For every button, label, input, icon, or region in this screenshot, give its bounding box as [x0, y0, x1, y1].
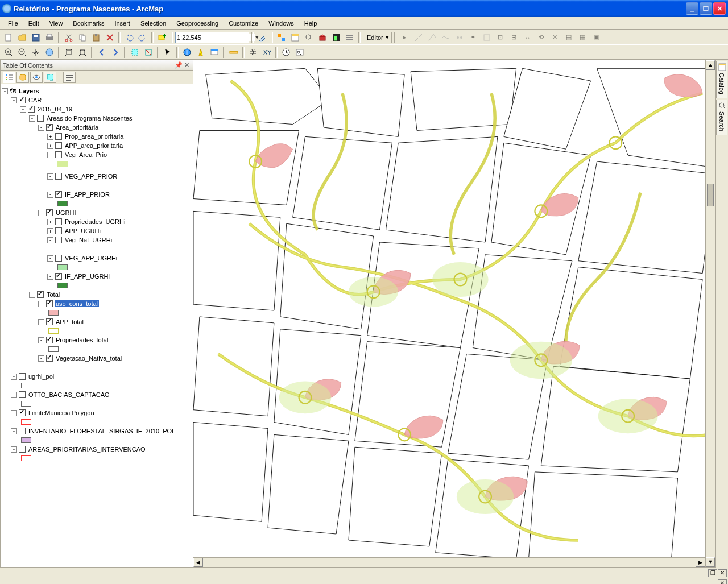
- checkbox[interactable]: [19, 428, 26, 434]
- checkbox[interactable]: [55, 218, 62, 225]
- search-window-button[interactable]: [303, 31, 315, 44]
- undo-button[interactable]: [123, 31, 135, 44]
- layer-uso-cons-total[interactable]: uso_cons_total: [55, 300, 99, 307]
- checkbox[interactable]: [28, 106, 35, 113]
- checkbox[interactable]: [19, 373, 26, 380]
- map-view[interactable]: ▲ ▼ ◀ ▶: [193, 60, 715, 568]
- delete-button[interactable]: [104, 31, 116, 44]
- edit-tool-10[interactable]: ⟲: [535, 31, 548, 44]
- expand-icon[interactable]: -: [11, 410, 17, 416]
- expand-icon[interactable]: -: [29, 292, 35, 298]
- expand-icon[interactable]: -: [38, 125, 44, 131]
- menu-windows[interactable]: Windows: [264, 19, 299, 28]
- fixed-zoom-out-button[interactable]: [76, 46, 89, 59]
- cut-button[interactable]: [63, 31, 75, 44]
- toc-tab-visibility[interactable]: [30, 72, 43, 83]
- expand-icon[interactable]: -: [11, 392, 17, 398]
- toc-options-button[interactable]: [63, 72, 76, 83]
- select-features-button[interactable]: [129, 46, 141, 59]
- arc-toolbox-button[interactable]: [316, 31, 329, 44]
- expand-icon[interactable]: -: [11, 374, 17, 380]
- zoom-out-button[interactable]: [16, 46, 28, 59]
- html-popup-button[interactable]: [208, 46, 221, 59]
- map-scrollbar-horizontal[interactable]: ◀ ▶: [193, 557, 705, 567]
- checkbox[interactable]: [55, 191, 62, 198]
- expand-icon[interactable]: -: [29, 115, 35, 122]
- expand-icon[interactable]: -: [11, 97, 17, 103]
- edit-tool-12[interactable]: ▤: [562, 31, 575, 44]
- scale-input[interactable]: [177, 34, 255, 41]
- toc-tree[interactable]: -🗺 Layers -CAR -2015_04_19 -Áreas do Pro…: [1, 84, 193, 567]
- layer-veg-app-prior[interactable]: VEG_APP_PRIOR: [64, 173, 118, 180]
- scroll-up-icon[interactable]: ▲: [706, 60, 715, 70]
- layer-app-total[interactable]: APP_total: [55, 318, 85, 325]
- layer-date[interactable]: 2015_04_19: [36, 106, 73, 113]
- forward-button[interactable]: [109, 46, 122, 59]
- redo-button[interactable]: [136, 31, 149, 44]
- expand-icon[interactable]: -: [38, 355, 44, 362]
- close-panel-icon[interactable]: ✕: [183, 61, 191, 69]
- layer-prop-area-prio[interactable]: Prop_area_prioritaria: [64, 133, 125, 140]
- layer-area-prio[interactable]: Area_prioritária: [55, 124, 100, 131]
- expand-icon[interactable]: -: [47, 152, 53, 158]
- minimize-button[interactable]: _: [686, 2, 698, 15]
- checkbox[interactable]: [19, 97, 26, 103]
- expand-icon[interactable]: -: [38, 210, 44, 216]
- expand-icon[interactable]: -: [11, 446, 17, 453]
- expand-icon[interactable]: -: [38, 301, 44, 307]
- edit-tool-5[interactable]: ✦: [467, 31, 479, 44]
- edit-tool-13[interactable]: ▦: [576, 31, 589, 44]
- layer-veg-nat-ugrhi[interactable]: Veg_Nat_UGRHi: [64, 237, 113, 243]
- layer-car[interactable]: CAR: [27, 97, 43, 103]
- layer-prop-ugrhi[interactable]: Propriedades_UGRHi: [64, 218, 126, 225]
- menu-geoprocessing[interactable]: Geoprocessing: [172, 19, 223, 28]
- checkbox[interactable]: [19, 446, 26, 453]
- checkbox[interactable]: [19, 409, 26, 416]
- maximize-button[interactable]: ❐: [700, 2, 712, 15]
- print-button[interactable]: [43, 31, 56, 44]
- edit-tool-9[interactable]: ↔: [522, 31, 534, 44]
- checkbox[interactable]: [46, 318, 53, 325]
- measure-button[interactable]: [228, 46, 240, 59]
- expand-icon[interactable]: +: [47, 134, 53, 140]
- checkbox[interactable]: [46, 124, 53, 131]
- scale-combo[interactable]: ▾: [175, 32, 249, 43]
- layer-prop-total[interactable]: Propriedades_total: [55, 337, 109, 343]
- toc-tab-drawing-order[interactable]: [3, 72, 15, 83]
- edit-tool-3[interactable]: [440, 31, 452, 44]
- edit-tool-4[interactable]: [453, 31, 466, 44]
- scroll-thumb[interactable]: [707, 184, 714, 206]
- find-button[interactable]: [247, 46, 259, 59]
- editor-toolbar-tool-1[interactable]: [256, 31, 268, 44]
- time-slider-button[interactable]: [280, 46, 292, 59]
- checkbox[interactable]: [55, 227, 62, 234]
- checkbox[interactable]: [55, 151, 62, 158]
- layer-app-area-prio[interactable]: APP_area_prioritaria: [64, 142, 124, 149]
- checkbox[interactable]: [55, 255, 62, 262]
- identify-button[interactable]: i: [181, 46, 193, 59]
- expand-icon[interactable]: -: [47, 255, 53, 262]
- search-tab[interactable]: Search: [716, 100, 727, 135]
- edit-tool-2[interactable]: [426, 31, 439, 44]
- checkbox[interactable]: [37, 115, 44, 122]
- expand-icon[interactable]: -: [38, 319, 44, 325]
- expand-icon[interactable]: -: [2, 88, 8, 94]
- copy-button[interactable]: [76, 31, 89, 44]
- scroll-right-icon[interactable]: ▶: [696, 558, 705, 567]
- add-data-button[interactable]: [156, 31, 168, 44]
- pin-icon[interactable]: 📌: [175, 61, 183, 69]
- dock-close-button-2[interactable]: ✕: [718, 579, 727, 584]
- layer-app-ugrhi[interactable]: APP_UGRHi: [64, 227, 102, 234]
- clear-selection-button[interactable]: [142, 46, 155, 59]
- expand-icon[interactable]: +: [47, 228, 53, 234]
- python-window-button[interactable]: ▮: [330, 31, 342, 44]
- layer-veg-nat-total[interactable]: Vegetacao_Nativa_total: [55, 355, 123, 362]
- layer-veg-app-ugrhi[interactable]: VEG_APP_UGRHi: [64, 255, 118, 262]
- menu-bookmarks[interactable]: Bookmarks: [68, 19, 109, 28]
- checkbox[interactable]: [46, 355, 53, 362]
- expand-icon[interactable]: -: [47, 192, 53, 198]
- expand-icon[interactable]: +: [47, 143, 53, 149]
- toc-tab-selection[interactable]: [44, 72, 56, 83]
- layer-veg-area-prio[interactable]: Veg_Area_Prio: [64, 151, 108, 158]
- scroll-left-icon[interactable]: ◀: [193, 558, 203, 567]
